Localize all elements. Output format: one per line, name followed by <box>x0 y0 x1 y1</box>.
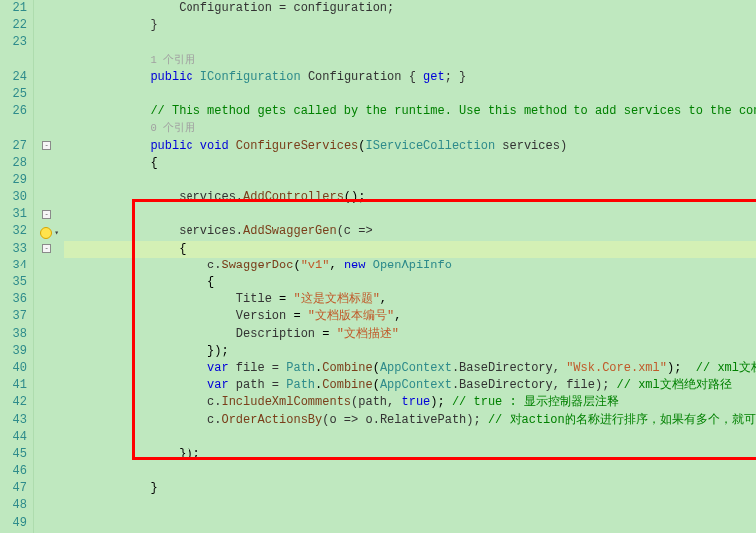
line-number: 30 <box>0 189 31 206</box>
line-number: 37 <box>0 308 31 325</box>
line-number: 22 <box>0 17 31 34</box>
line-number: 31 <box>0 206 31 223</box>
line-number: 45 <box>0 446 31 463</box>
line-number: 48 <box>0 497 31 514</box>
line-number: 46 <box>0 463 31 480</box>
ref-spacer <box>0 120 31 137</box>
line-number: 43 <box>0 412 31 429</box>
line-number: 28 <box>0 155 31 172</box>
fold-toggle[interactable]: - <box>42 141 51 150</box>
line-number: 32 <box>0 223 31 240</box>
line-number: 23 <box>0 34 31 51</box>
line-number: 42 <box>0 394 31 411</box>
line-number: 33 <box>0 241 31 258</box>
line-number: 38 <box>0 326 31 343</box>
line-number: 44 <box>0 429 31 446</box>
code-editor[interactable]: Configuration = configuration; } 1 个引用 p… <box>62 0 756 533</box>
fold-toggle[interactable]: - <box>42 210 51 219</box>
line-number: 27 <box>0 138 31 155</box>
codelens-references[interactable]: 0 个引用 <box>150 122 195 134</box>
fold-toggle[interactable]: - <box>42 244 51 253</box>
lightbulb-icon[interactable] <box>40 227 52 239</box>
line-number: 25 <box>0 86 31 103</box>
line-number: 26 <box>0 103 31 120</box>
line-number: 34 <box>0 258 31 274</box>
fold-column: - - - <box>34 0 62 533</box>
line-number: 29 <box>0 172 31 189</box>
current-line: { <box>64 241 756 258</box>
codelens-references[interactable]: 1 个引用 <box>150 54 195 66</box>
line-number: 41 <box>0 377 31 394</box>
line-number: 40 <box>0 360 31 377</box>
line-number: 21 <box>0 0 31 17</box>
line-number: 49 <box>0 515 31 532</box>
comment: // This method gets called by the runtim… <box>150 104 756 118</box>
line-number-gutter: 21 22 23 24 25 26 27 28 29 30 31 32 33 3… <box>0 0 34 533</box>
line-number: 36 <box>0 291 31 308</box>
line-number: 39 <box>0 343 31 360</box>
ref-spacer <box>0 52 31 69</box>
line-number: 35 <box>0 274 31 291</box>
line-number: 24 <box>0 69 31 86</box>
line-number: 47 <box>0 480 31 497</box>
code-text: Configuration = configuration; <box>179 1 394 15</box>
